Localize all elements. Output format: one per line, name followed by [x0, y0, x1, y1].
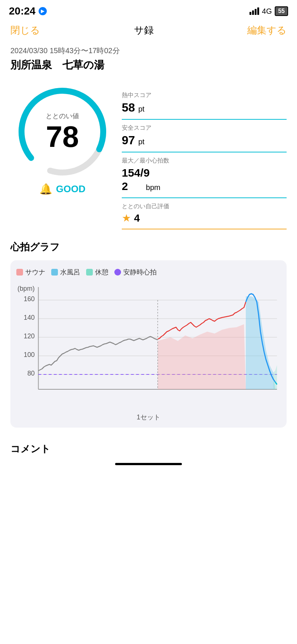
- circle-center: ととのい値 78: [46, 112, 79, 152]
- home-indicator: [0, 455, 297, 470]
- legend-rest: 休憩: [86, 268, 108, 277]
- graph-title: 心拍グラフ: [10, 241, 287, 254]
- time-display: 20:24: [9, 5, 36, 17]
- star-count: 4: [134, 212, 140, 224]
- heat-score-value: 58 pt: [122, 101, 287, 115]
- main-content: 2024/03/30 15時43分〜17時02分 別所温泉 七草の湯 ととのい値…: [0, 42, 297, 455]
- heart-rate-line2: 2 bpm: [122, 180, 287, 193]
- heat-score-unit: pt: [138, 105, 144, 113]
- circle-gauge-container: ととのい値 78 🔔 GOOD: [10, 83, 114, 195]
- legend-label-sauna: サウナ: [25, 268, 45, 277]
- graph-legend: サウナ 水風呂 休憩 安静時心拍: [16, 268, 281, 277]
- legend-dot-resting-hr: [114, 269, 121, 276]
- heart-rate-value: 154/9 2 bpm: [122, 166, 287, 193]
- legend-dot-sauna: [16, 269, 23, 276]
- svg-text:80: 80: [27, 370, 35, 377]
- svg-text:100: 100: [24, 351, 35, 358]
- heart-rate-max-min: 154/9: [122, 166, 287, 180]
- nav-title: サ録: [134, 24, 154, 37]
- star-icon: ★: [122, 212, 131, 224]
- svg-text:(bpm): (bpm): [17, 285, 35, 292]
- legend-label-rest: 休憩: [95, 268, 108, 277]
- graph-card: サウナ 水風呂 休憩 安静時心拍 (bpm): [10, 260, 287, 428]
- legend-resting-hr: 安静時心拍: [114, 268, 157, 277]
- legend-dot-cold: [51, 269, 58, 276]
- graph-svg: (bpm) 160 140 120 100 80: [16, 283, 281, 410]
- svg-marker-17: [158, 324, 246, 389]
- session-location: 別所温泉 七草の湯: [10, 58, 287, 72]
- x-axis-label: 1セット: [16, 413, 281, 422]
- svg-text:120: 120: [24, 332, 35, 340]
- heat-score-number: 58: [122, 101, 135, 114]
- safety-score-value: 97 pt: [122, 133, 287, 147]
- legend-cold: 水風呂: [51, 268, 80, 277]
- edit-button[interactable]: 編集する: [247, 24, 287, 37]
- legend-label-cold: 水風呂: [60, 268, 80, 277]
- heat-score-item: 熱中スコア 58 pt: [122, 87, 287, 120]
- comment-section: コメント: [10, 435, 287, 455]
- circle-label: ととのい値: [46, 112, 79, 120]
- status-right: 4G 55: [249, 6, 288, 16]
- score-panel: 熱中スコア 58 pt 安全スコア 97 pt 最大／最小心拍数 154/9: [122, 83, 287, 229]
- close-button[interactable]: 閉じる: [10, 24, 40, 37]
- heart-rate-unit: bpm: [146, 183, 160, 191]
- nav-bar: 閉じる サ録 編集する: [0, 20, 297, 42]
- graph-area: (bpm) 160 140 120 100 80: [16, 283, 281, 410]
- circle-value: 78: [46, 122, 79, 152]
- star-rating: ★ 4: [122, 212, 287, 224]
- heart-rate-value2: 2: [122, 180, 128, 192]
- svg-text:160: 160: [24, 295, 35, 303]
- graph-section: 心拍グラフ サウナ 水風呂 休憩 安静時心拍: [10, 241, 287, 428]
- self-eval-label: ととのい自己評価: [122, 203, 287, 210]
- session-datetime: 2024/03/30 15時43分〜17時02分: [10, 46, 287, 56]
- circle-gauge: ととのい値 78: [14, 83, 111, 180]
- signal-bars: [249, 7, 259, 15]
- status-time: 20:24 ▶: [9, 5, 47, 17]
- home-bar: [115, 463, 182, 465]
- legend-sauna: サウナ: [16, 268, 45, 277]
- heart-rate-item: 最大／最小心拍数 154/9 2 bpm: [122, 152, 287, 198]
- battery-indicator: 55: [275, 6, 288, 16]
- safety-score-unit: pt: [138, 138, 144, 146]
- comment-title: コメント: [10, 442, 287, 455]
- legend-dot-rest: [86, 269, 93, 276]
- safety-score-item: 安全スコア 97 pt: [122, 120, 287, 152]
- legend-label-resting-hr: 安静時心拍: [123, 268, 157, 277]
- heart-rate-label: 最大／最小心拍数: [122, 157, 287, 165]
- stats-section: ととのい値 78 🔔 GOOD 熱中スコア 58 pt 安全スコア: [10, 83, 287, 229]
- svg-text:140: 140: [24, 314, 35, 321]
- network-type: 4G: [262, 7, 272, 16]
- self-eval-item: ととのい自己評価 ★ 4: [122, 198, 287, 229]
- status-bar: 20:24 ▶ 4G 55: [0, 0, 297, 20]
- heat-score-label: 熱中スコア: [122, 91, 287, 99]
- svg-marker-18: [246, 296, 275, 389]
- location-icon: ▶: [39, 7, 47, 15]
- safety-score-label: 安全スコア: [122, 124, 287, 132]
- svg-marker-19: [273, 365, 277, 389]
